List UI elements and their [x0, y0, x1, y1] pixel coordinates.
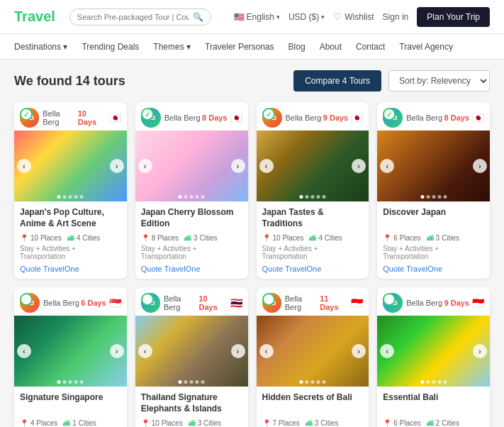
country-flag: 🇹🇭 — [230, 297, 242, 309]
nav-item-trending[interactable]: Trending Deals — [82, 42, 139, 52]
tour-body: Thailand Signature Elephants & Islands 📍… — [135, 387, 248, 427]
nav-item-destinations[interactable]: Destinations ▾ — [14, 42, 67, 52]
tour-image-wrap: ‹ › — [377, 316, 490, 387]
nav-item-themes[interactable]: Themes ▾ — [153, 42, 191, 52]
flag-days: 8 Days 🇯🇵 — [444, 112, 484, 123]
places-count: 📍 6 Places — [383, 419, 420, 427]
image-next-button[interactable]: › — [473, 159, 487, 173]
image-next-button[interactable]: › — [231, 159, 245, 173]
places-count: 📍 8 Places — [141, 234, 179, 242]
image-next-button[interactable]: › — [110, 159, 124, 173]
places-count: 📍 7 Places — [262, 419, 300, 427]
tour-title: Discover Japan — [383, 207, 484, 230]
tour-card: BB Bella Berg 11 Days 🇮🇩 ‹ › Hidden Secr… — [257, 287, 369, 427]
nav-item-blog[interactable]: Blog — [289, 42, 306, 52]
quote-link[interactable]: Quote TravelOne — [262, 265, 364, 273]
select-checkbox[interactable] — [141, 108, 154, 121]
country-flag: 🇮🇩 — [472, 297, 484, 309]
results-actions: Compare 4 Tours Sort by: Relevency Sort … — [293, 70, 490, 92]
image-prev-button[interactable]: ‹ — [17, 159, 31, 173]
cities-count: 🏙 3 Cities — [306, 419, 338, 427]
select-checkbox[interactable] — [20, 293, 33, 306]
image-dots — [299, 195, 325, 199]
results-header: We found 14 tours Compare 4 Tours Sort b… — [14, 70, 490, 92]
tour-body: Japan's Pop Culture, Anime & Art Scene 📍… — [14, 201, 127, 279]
days-badge: 8 Days — [444, 113, 469, 122]
nav-item-contact[interactable]: Contact — [356, 42, 385, 52]
tour-includes: Stay + Activities + Transportation — [141, 245, 242, 260]
sort-select[interactable]: Sort by: Relevency Sort by: Price Sort b… — [388, 70, 490, 92]
language-selector[interactable]: 🇺🇸 English ▾ — [234, 12, 280, 22]
cities-icon: 🏙 — [309, 234, 316, 242]
cities-count: 🏙 1 Cities — [63, 419, 96, 427]
tour-image-wrap: ‹ › — [257, 131, 369, 201]
tour-card-header: BB Bella Berg 10 Days 🇹🇭 — [135, 287, 248, 316]
nav-item-travel-agency[interactable]: Travel Agency — [399, 42, 453, 52]
tour-card: BB Bella Berg 8 Days 🇯🇵 ‹ › Discover Jap… — [377, 102, 490, 279]
quote-link[interactable]: Quote TravelOne — [20, 265, 121, 273]
image-next-button[interactable]: › — [352, 344, 366, 358]
image-dots — [57, 380, 84, 384]
image-dots — [420, 380, 447, 384]
cities-label: 3 Cities — [436, 234, 459, 242]
currency-chevron: ▾ — [321, 13, 325, 21]
select-checkbox[interactable] — [262, 293, 275, 306]
image-prev-button[interactable]: ‹ — [259, 344, 274, 358]
places-icon: 📍 — [20, 419, 28, 427]
image-prev-button[interactable]: ‹ — [380, 344, 394, 358]
lang-chevron: ▾ — [276, 13, 280, 21]
tour-meta: 📍 7 Places 🏙 3 Cities — [262, 419, 364, 427]
compare-button[interactable]: Compare 4 Tours — [293, 70, 381, 92]
wishlist-button[interactable]: ♡ Wishlist — [333, 11, 374, 22]
flag-icon: 🇺🇸 — [234, 12, 245, 22]
days-badge: 10 Days — [198, 294, 227, 311]
tour-includes: Stay + Activities + Transportation — [20, 245, 121, 260]
days-badge: 8 Days — [202, 113, 227, 122]
quote-link[interactable]: Quote TravelOne — [383, 265, 484, 273]
nav-item-about[interactable]: About — [320, 42, 342, 52]
quote-link[interactable]: Quote TravelOne — [141, 265, 242, 273]
search-box[interactable]: 🔍 — [69, 9, 211, 26]
guide-name: Bella Berg — [406, 113, 442, 122]
tour-card-header: BB Bella Berg 8 Days 🇯🇵 — [377, 102, 490, 131]
tour-body: Essential Bali 📍 6 Places 🏙 2 Cities Sta… — [377, 387, 490, 427]
tour-card: BB Bella Berg 9 Days 🇮🇩 ‹ › Essential Ba… — [377, 287, 490, 427]
tour-image-wrap: ‹ › — [135, 131, 248, 201]
nav-item-personas[interactable]: Traveler Personas — [205, 42, 274, 52]
tour-includes: Stay + Activities + Transportation — [262, 245, 364, 260]
select-checkbox[interactable] — [141, 293, 154, 306]
country-flag: 🇯🇵 — [472, 112, 484, 123]
cities-icon: 🏙 — [427, 234, 434, 242]
search-input[interactable] — [77, 13, 189, 21]
cities-label: 4 Cities — [77, 234, 100, 242]
select-checkbox[interactable] — [262, 108, 275, 121]
image-next-button[interactable]: › — [231, 344, 245, 358]
image-dots — [179, 195, 205, 199]
tour-title: Japan's Pop Culture, Anime & Art Scene — [20, 207, 121, 230]
flag-days: 8 Days 🇯🇵 — [202, 112, 242, 123]
logo-travel: Travel — [14, 9, 55, 24]
image-prev-button[interactable]: ‹ — [138, 159, 152, 173]
guide-name: Bella Berg — [164, 113, 201, 122]
guide-name: Bella Berg — [285, 294, 320, 311]
image-prev-button[interactable]: ‹ — [259, 159, 274, 173]
tour-card-header: BB Bella Berg 8 Days 🇯🇵 — [135, 102, 248, 131]
signin-button[interactable]: Sign in — [383, 12, 409, 22]
tour-meta: 📍 10 Places 🏙 3 Cities — [141, 419, 242, 427]
image-prev-button[interactable]: ‹ — [138, 344, 152, 358]
image-prev-button[interactable]: ‹ — [380, 159, 394, 173]
tour-card-header: BB Bella Berg 9 Days 🇯🇵 — [257, 102, 369, 131]
image-next-button[interactable]: › — [110, 344, 124, 358]
tour-title: Hidden Secrets of Bali — [262, 392, 364, 415]
image-next-button[interactable]: › — [352, 159, 366, 173]
cities-count: 🏙 3 Cities — [427, 234, 459, 242]
logo[interactable]: Travel — [14, 9, 55, 25]
tour-includes: Stay + Activities + Transportation — [383, 245, 484, 260]
currency-selector[interactable]: USD ($) ▾ — [289, 12, 325, 22]
cities-label: 2 Cities — [436, 419, 459, 427]
image-prev-button[interactable]: ‹ — [17, 344, 31, 358]
tour-card: BB Bella Berg 8 Days 🇯🇵 ‹ › Japan Cherry… — [135, 102, 248, 279]
plan-trip-button[interactable]: Plan Your Trip — [417, 7, 490, 27]
image-next-button[interactable]: › — [473, 344, 487, 358]
select-checkbox[interactable] — [20, 108, 33, 121]
